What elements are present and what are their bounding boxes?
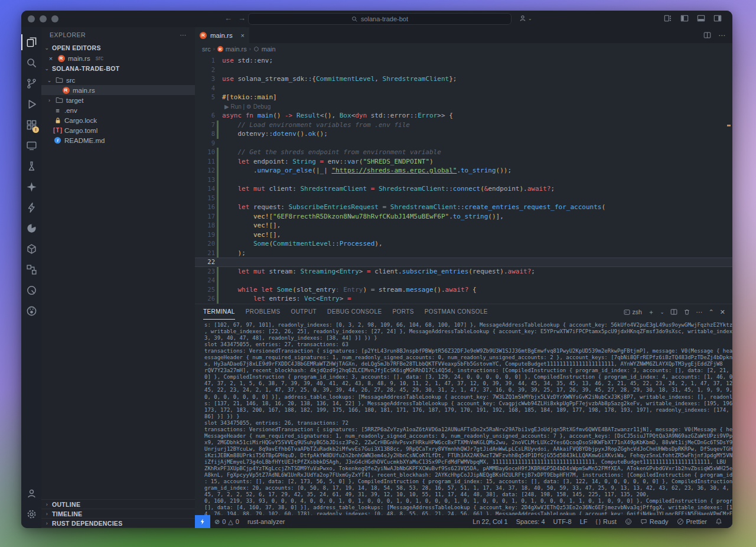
rust-analyzer-status[interactable]: rust-analyzer bbox=[243, 515, 289, 528]
panel-tab-ports[interactable]: PORTS bbox=[393, 304, 414, 320]
maximize-panel-icon[interactable]: ⌃ bbox=[709, 308, 714, 316]
section-rust-dependencies[interactable]: ›RUST DEPENDENCIES bbox=[41, 519, 195, 528]
problems-status[interactable]: ⊘ 0 △ 0 bbox=[210, 515, 243, 528]
tree-item-cargo-toml[interactable]: [T]Cargo.toml bbox=[41, 125, 195, 135]
panel-more-actions-icon[interactable]: ⋯ bbox=[696, 308, 703, 316]
git-added-gutter bbox=[215, 194, 221, 203]
account-icon[interactable] bbox=[21, 483, 41, 504]
close-editor-icon[interactable]: × bbox=[47, 55, 54, 62]
panel-tab-terminal[interactable]: TERMINAL bbox=[203, 304, 235, 320]
gutter bbox=[215, 56, 221, 66]
maximize-window-button[interactable] bbox=[51, 15, 58, 22]
panel-tab-debug-console[interactable]: DEBUG CONSOLE bbox=[327, 304, 382, 320]
breadcrumb[interactable]: src › R main.rs › main bbox=[195, 43, 732, 55]
copilot-sparkle-icon[interactable] bbox=[21, 177, 41, 197]
tab-main-rs[interactable]: R main.rs × bbox=[195, 27, 249, 43]
feedback-smiley[interactable] bbox=[621, 518, 636, 525]
section-outline[interactable]: ›OUTLINE bbox=[41, 500, 195, 509]
toggle-panel-icon[interactable] bbox=[697, 14, 705, 22]
close-window-button[interactable] bbox=[28, 15, 35, 22]
github-icon[interactable] bbox=[21, 301, 41, 321]
ready-status[interactable]: Ready bbox=[636, 518, 673, 525]
git-added-gutter bbox=[215, 166, 221, 175]
tree-item-readme-md[interactable]: iREADME.md bbox=[41, 135, 195, 145]
toggle-secondary-sidebar-icon[interactable] bbox=[713, 14, 722, 22]
panel-tab-postman-console[interactable]: POSTMAN CONSOLE bbox=[425, 304, 488, 320]
console-ninja-icon[interactable] bbox=[21, 218, 41, 239]
testing-icon[interactable] bbox=[21, 156, 41, 177]
env-settings-icon: ≡ bbox=[54, 106, 61, 114]
settings-gear-icon[interactable] bbox=[21, 504, 41, 525]
close-tab-icon[interactable]: × bbox=[241, 32, 245, 39]
account-menu[interactable]: ⌄ bbox=[519, 14, 532, 22]
terminal-line: 0] }, CompiledInstruction { program_id_i… bbox=[204, 374, 732, 380]
codelens-debug-link[interactable]: Debug bbox=[253, 103, 271, 110]
codelens-run-link[interactable]: Run bbox=[230, 103, 241, 110]
tree-item-label: .env bbox=[64, 107, 77, 114]
extensions-icon[interactable]: ! bbox=[21, 115, 41, 135]
node-graph-icon[interactable] bbox=[21, 259, 41, 280]
tree-item-label: src bbox=[66, 77, 75, 84]
search-icon[interactable] bbox=[21, 53, 41, 73]
terminal-line: transactions: VersionedTransaction { sig… bbox=[204, 426, 732, 433]
new-terminal-icon[interactable]: ＋ bbox=[648, 308, 654, 317]
code-editor[interactable]: 1use std::env;23use solana_stream_sdk::{… bbox=[195, 55, 732, 304]
shell-selector[interactable]: zsh bbox=[624, 308, 642, 315]
toggle-primary-sidebar-icon[interactable] bbox=[680, 14, 689, 22]
github-swirl-icon[interactable] bbox=[21, 280, 41, 301]
tree-item-cargo-lock[interactable]: Cargo.lock bbox=[41, 115, 195, 125]
terminal-dropdown-icon[interactable]: ⌄ bbox=[660, 310, 664, 315]
customize-layout-icon[interactable] bbox=[664, 14, 672, 22]
indentation-status[interactable]: Spaces: 4 bbox=[512, 518, 549, 525]
explorer-more-actions-icon[interactable]: ⋯ bbox=[180, 31, 187, 38]
codelens-row: ▶ Run | ⚙ Debug bbox=[195, 102, 732, 112]
editor-more-actions-icon[interactable]: ⋯ bbox=[718, 31, 725, 40]
open-editor-item-main-rs[interactable]: × R main.rs src bbox=[41, 53, 195, 63]
open-editors-section[interactable]: ⌄ OPEN EDITORS bbox=[41, 43, 195, 53]
remote-explorer-icon[interactable] bbox=[21, 135, 41, 156]
formatter-status[interactable]: Prettier bbox=[673, 518, 711, 525]
run-and-debug-icon[interactable] bbox=[21, 94, 41, 115]
terminal-output[interactable]: s: [102, 67, 97, 101], readonly_indexes:… bbox=[195, 320, 732, 515]
code-line-8: 8 dotenvy::dotenv().ok(); bbox=[195, 129, 732, 139]
package-cube-icon[interactable] bbox=[21, 239, 41, 259]
git-added-gutter bbox=[215, 267, 221, 276]
split-terminal-icon[interactable] bbox=[670, 308, 677, 315]
tree-item-main-rs[interactable]: Rmain.rs bbox=[41, 85, 195, 95]
code-line-20: 20 Some(CommitmentLevel::Processed), bbox=[195, 239, 732, 249]
git-added-gutter bbox=[215, 184, 221, 194]
encoding-status[interactable]: UTF-8 bbox=[549, 518, 576, 525]
terminal-line: ZKhRxPF3XUpBCjp4YzTKgLccjZhTSDM9YuVaPwxo… bbox=[204, 465, 732, 472]
code-line-7: 7 // Load environment variables from .en… bbox=[195, 121, 732, 130]
lock-icon bbox=[54, 116, 61, 124]
notifications-bell[interactable] bbox=[711, 518, 726, 525]
terminal-line: gram_id_index: 20, accounts: [0, 50, 8, … bbox=[204, 485, 732, 491]
remote-indicator[interactable] bbox=[195, 515, 210, 528]
nav-forward-icon[interactable]: → bbox=[238, 14, 246, 22]
terminal-line: s: [102, 67, 97, 101], readonly_indexes:… bbox=[204, 322, 732, 328]
tree-item-target[interactable]: ›target bbox=[41, 95, 195, 105]
split-editor-icon[interactable] bbox=[703, 31, 711, 39]
toml-file-icon: [T] bbox=[54, 126, 61, 134]
minimize-window-button[interactable] bbox=[40, 15, 47, 22]
panel-tab-output[interactable]: OUTPUT bbox=[291, 304, 317, 320]
panel-tab-problems[interactable]: PROBLEMS bbox=[246, 304, 281, 320]
nav-back-icon[interactable]: ← bbox=[224, 14, 232, 22]
kill-terminal-trash-icon[interactable] bbox=[683, 308, 690, 315]
thunder-client-icon[interactable] bbox=[21, 197, 41, 218]
gutter bbox=[215, 258, 221, 267]
project-root-section[interactable]: ⌄ SOLANA-TRADE-BOT bbox=[41, 63, 195, 74]
search-icon bbox=[351, 16, 358, 22]
section-timeline[interactable]: ›TIMELINE bbox=[41, 509, 195, 519]
tree-item--env[interactable]: ≡.env bbox=[41, 105, 195, 115]
language-mode-status[interactable]: { } Rust bbox=[592, 518, 621, 525]
tree-item-src[interactable]: ⌄src bbox=[41, 75, 195, 85]
command-center-search[interactable]: solana-trade-bot bbox=[248, 13, 511, 25]
eol-status[interactable]: LF bbox=[576, 518, 592, 525]
source-control-icon[interactable] bbox=[21, 73, 41, 94]
cursor-position-status[interactable]: Ln 22, Col 1 bbox=[468, 518, 511, 525]
terminal-line: s: [137, 21, 146, 18, 16, 20, 138, 136, … bbox=[204, 401, 732, 407]
rust-file-icon: R bbox=[200, 32, 207, 39]
explorer-icon[interactable] bbox=[21, 32, 41, 53]
close-panel-icon[interactable]: ✕ bbox=[720, 308, 725, 316]
